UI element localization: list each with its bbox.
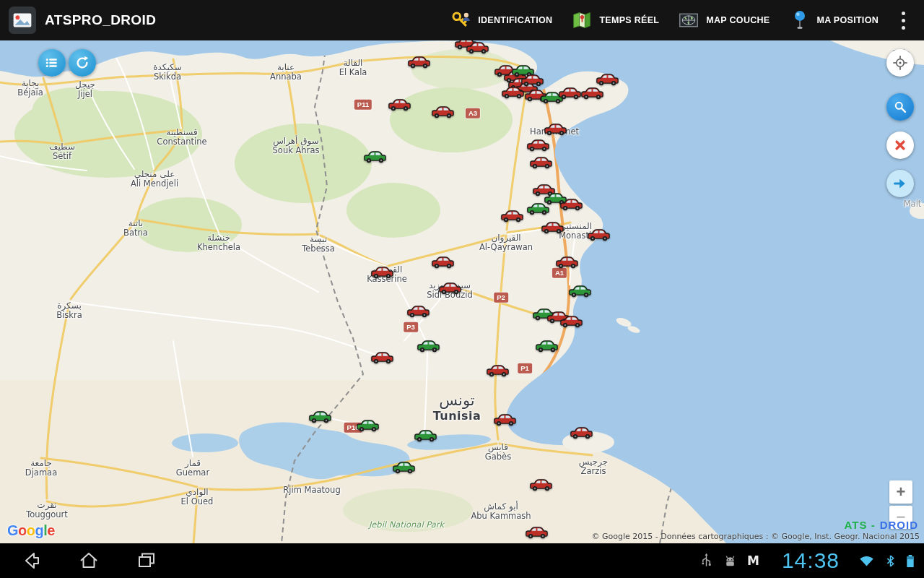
vehicle-marker-red[interactable] (485, 363, 510, 378)
bluetooth-icon (885, 554, 896, 568)
folded-map-icon (571, 9, 593, 31)
vehicle-marker-red[interactable] (557, 85, 582, 100)
vehicle-marker-red[interactable] (370, 264, 394, 280)
vehicle-marker-red[interactable] (370, 350, 394, 365)
recents-button[interactable] (124, 543, 169, 578)
vehicle-marker-red[interactable] (543, 121, 567, 137)
back-button[interactable] (9, 543, 53, 578)
vehicle-marker-red[interactable] (406, 54, 431, 69)
action-bar: ATSPRO_DROID IDENTIFICATION TEMPS RÉEL M… (0, 0, 924, 40)
wifi-icon (858, 553, 876, 568)
vehicle-marker-green[interactable] (413, 428, 437, 443)
status-icons: M 14:38 (699, 548, 915, 573)
target-icon (892, 54, 909, 72)
action-label: IDENTIFICATION (478, 15, 552, 25)
vehicle-marker-red[interactable] (526, 137, 550, 152)
refresh-icon (74, 54, 91, 72)
refresh-button[interactable] (69, 49, 96, 77)
overflow-menu-icon[interactable] (888, 0, 918, 40)
watermark-droid: DROID (880, 519, 918, 531)
action-buttons: IDENTIFICATION TEMPS RÉEL MAP COUCHE MA … (440, 0, 888, 40)
map-layer-icon (678, 9, 699, 31)
search-button[interactable] (886, 93, 914, 121)
vehicle-marker-red[interactable] (559, 197, 583, 212)
position-pin-icon (789, 9, 811, 31)
my-location-button[interactable] (886, 49, 914, 77)
vehicle-marker-red[interactable] (569, 425, 593, 440)
watermark-ats: ATS - (845, 519, 876, 531)
vehicle-marker-red[interactable] (430, 104, 455, 119)
close-button[interactable] (886, 131, 914, 159)
usb-debug-icon (723, 553, 738, 569)
vehicle-marker-red[interactable] (540, 220, 565, 235)
system-bar: M 14:38 (0, 543, 924, 578)
map-canvas[interactable]: عنابةAnnabaسكيكدةSkikdaالقالةEl Kalaجيجل… (0, 40, 924, 543)
vehicle-marker-green[interactable] (534, 338, 559, 353)
vehicle-marker-red[interactable] (528, 477, 553, 492)
action-map-couche[interactable]: MAP COUCHE (668, 0, 779, 40)
list-icon (43, 54, 61, 72)
vehicle-marker-red[interactable] (528, 155, 553, 170)
vehicle-marker-red[interactable] (586, 227, 611, 242)
vehicle-list-button[interactable] (38, 49, 66, 77)
battery-icon (905, 553, 915, 569)
vehicle-marker-red[interactable] (492, 412, 517, 427)
vehicle-marker-red[interactable] (437, 280, 462, 296)
vehicle-marker-green[interactable] (567, 283, 592, 298)
vehicle-marker-red[interactable] (500, 85, 525, 100)
close-icon (892, 137, 908, 153)
action-label: MAP COUCHE (706, 15, 770, 25)
recents-icon (136, 550, 157, 571)
gmail-icon: M (747, 553, 759, 568)
vehicle-marker-red[interactable] (430, 254, 455, 269)
vehicle-marker-red[interactable] (406, 303, 430, 319)
vehicle-marker-red[interactable] (524, 525, 549, 540)
arrow-right-icon (892, 175, 909, 192)
action-label: MA POSITION (817, 15, 879, 25)
google-logo: Google (7, 522, 55, 539)
map-background (0, 40, 924, 543)
status-clock: 14:38 (782, 548, 840, 573)
action-temps-reel[interactable]: TEMPS RÉEL (562, 0, 668, 40)
action-ma-position[interactable]: MA POSITION (780, 0, 888, 40)
key-icon (450, 9, 471, 31)
app-screen: ATSPRO_DROID IDENTIFICATION TEMPS RÉEL M… (0, 0, 924, 578)
vehicle-marker-red[interactable] (387, 97, 411, 112)
vehicle-marker-green[interactable] (526, 201, 550, 216)
action-identification[interactable]: IDENTIFICATION (440, 0, 562, 40)
zoom-in-button[interactable]: + (889, 480, 912, 504)
vehicle-marker-red[interactable] (554, 254, 579, 269)
map-attribution: © Google 2015 - Données cartographiques … (591, 532, 920, 541)
vehicle-marker-red[interactable] (559, 314, 583, 329)
home-icon (78, 550, 100, 571)
home-button[interactable] (66, 543, 111, 578)
vehicle-marker-green[interactable] (416, 338, 440, 353)
action-label: TEMPS RÉEL (599, 15, 659, 25)
next-button[interactable] (886, 170, 914, 197)
vehicle-marker-red[interactable] (580, 85, 604, 100)
vehicle-marker-red[interactable] (500, 208, 524, 223)
vehicle-marker-green[interactable] (308, 409, 332, 424)
app-title: ATSPRO_DROID (45, 12, 156, 28)
usb-icon (699, 553, 713, 569)
vehicle-marker-green[interactable] (362, 149, 387, 164)
vehicle-marker-green[interactable] (391, 460, 416, 475)
back-icon (20, 550, 42, 571)
app-logo-icon (9, 7, 36, 34)
search-icon (892, 99, 908, 115)
vehicle-marker-green[interactable] (355, 418, 380, 433)
vehicle-marker-red[interactable] (595, 72, 619, 87)
vehicle-marker-red[interactable] (465, 40, 489, 55)
app-watermark: ATS -DROID (845, 519, 918, 531)
